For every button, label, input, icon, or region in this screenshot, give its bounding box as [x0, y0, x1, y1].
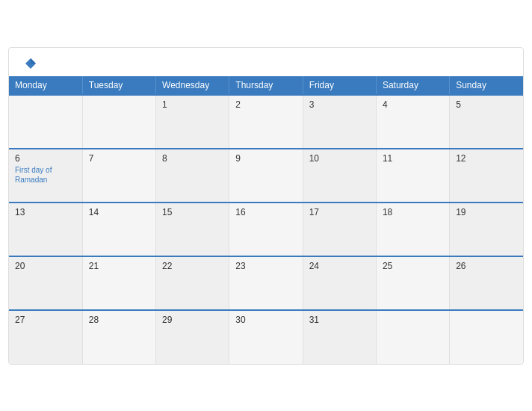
calendar-table: Monday Tuesday Wednesday Thursday Friday…	[9, 76, 523, 364]
day-number: 4	[383, 99, 443, 110]
header-sunday: Sunday	[450, 76, 523, 95]
day-number: 13	[15, 207, 76, 217]
calendar-cell: 2	[229, 95, 303, 149]
day-number: 3	[309, 99, 370, 110]
calendar-cell: 31	[303, 310, 376, 364]
calendar-cell	[450, 310, 523, 364]
calendar-cell: 1	[156, 95, 229, 149]
day-number: 2	[235, 99, 296, 110]
calendar-cell: 19	[450, 203, 523, 256]
svg-marker-1	[31, 58, 36, 64]
header-saturday: Saturday	[376, 76, 449, 95]
day-number: 7	[89, 153, 149, 164]
calendar-cell: 20	[9, 256, 82, 310]
day-number: 5	[456, 99, 517, 110]
calendar-cell: 17	[303, 203, 376, 256]
calendar-week-row: 6First day of Ramadan789101112	[9, 149, 523, 203]
day-number: 16	[235, 207, 296, 217]
day-number: 30	[235, 315, 296, 325]
calendar-cell: 5	[450, 95, 523, 149]
calendar-week-row: 2728293031	[9, 310, 523, 364]
day-number: 20	[15, 261, 76, 271]
calendar-cell: 25	[376, 256, 449, 310]
day-number: 22	[162, 261, 223, 271]
day-number: 17	[309, 207, 370, 217]
calendar-cell: 23	[229, 256, 303, 310]
day-number: 11	[383, 153, 443, 164]
day-number: 12	[456, 153, 517, 164]
day-number: 24	[309, 261, 370, 271]
calendar-header	[9, 48, 523, 76]
calendar-cell: 7	[82, 149, 155, 203]
calendar-cell: 11	[376, 149, 449, 203]
calendar-cell: 24	[303, 256, 376, 310]
day-event: First day of Ramadan	[15, 165, 76, 185]
calendar-cell: 12	[450, 149, 523, 203]
header-friday: Friday	[303, 76, 376, 95]
logo	[22, 57, 37, 70]
day-number: 10	[309, 153, 370, 164]
day-number: 1	[162, 99, 223, 110]
day-number: 8	[162, 153, 223, 164]
calendar-cell: 26	[450, 256, 523, 310]
day-number: 14	[89, 207, 149, 217]
calendar-cell	[82, 95, 155, 149]
day-number: 27	[15, 315, 76, 325]
calendar-cell: 10	[303, 149, 376, 203]
calendar-cell: 3	[303, 95, 376, 149]
calendar-cell: 22	[156, 256, 229, 310]
day-number: 28	[89, 315, 149, 325]
day-number: 26	[456, 261, 517, 271]
calendar-cell: 4	[376, 95, 449, 149]
calendar-cell: 27	[9, 310, 82, 364]
day-number: 31	[309, 315, 370, 325]
header-monday: Monday	[9, 76, 82, 95]
day-number: 9	[235, 153, 296, 164]
calendar-container: Monday Tuesday Wednesday Thursday Friday…	[8, 47, 524, 365]
weekday-header-row: Monday Tuesday Wednesday Thursday Friday…	[9, 76, 523, 95]
calendar-cell: 21	[82, 256, 155, 310]
calendar-cell: 13	[9, 203, 82, 256]
calendar-week-row: 13141516171819	[9, 203, 523, 256]
day-number: 23	[235, 261, 296, 271]
day-number: 25	[383, 261, 443, 271]
calendar-week-row: 12345	[9, 95, 523, 149]
calendar-cell: 29	[156, 310, 229, 364]
day-number: 15	[162, 207, 223, 217]
day-number: 29	[162, 315, 223, 325]
day-number: 19	[456, 207, 517, 217]
calendar-body: 123456First day of Ramadan78910111213141…	[9, 95, 523, 364]
calendar-cell: 6First day of Ramadan	[9, 149, 82, 203]
calendar-cell: 30	[229, 310, 303, 364]
calendar-cell	[9, 95, 82, 149]
day-number: 21	[89, 261, 149, 271]
logo-icon	[24, 57, 37, 70]
calendar-cell: 14	[82, 203, 155, 256]
calendar-cell: 16	[229, 203, 303, 256]
day-number: 18	[383, 207, 443, 217]
header-tuesday: Tuesday	[82, 76, 155, 95]
calendar-cell: 8	[156, 149, 229, 203]
calendar-cell: 9	[229, 149, 303, 203]
calendar-cell: 15	[156, 203, 229, 256]
calendar-cell: 28	[82, 310, 155, 364]
calendar-week-row: 20212223242526	[9, 256, 523, 310]
calendar-cell: 18	[376, 203, 449, 256]
day-number: 6	[15, 153, 76, 164]
calendar-cell	[376, 310, 449, 364]
header-wednesday: Wednesday	[156, 76, 229, 95]
header-thursday: Thursday	[229, 76, 303, 95]
